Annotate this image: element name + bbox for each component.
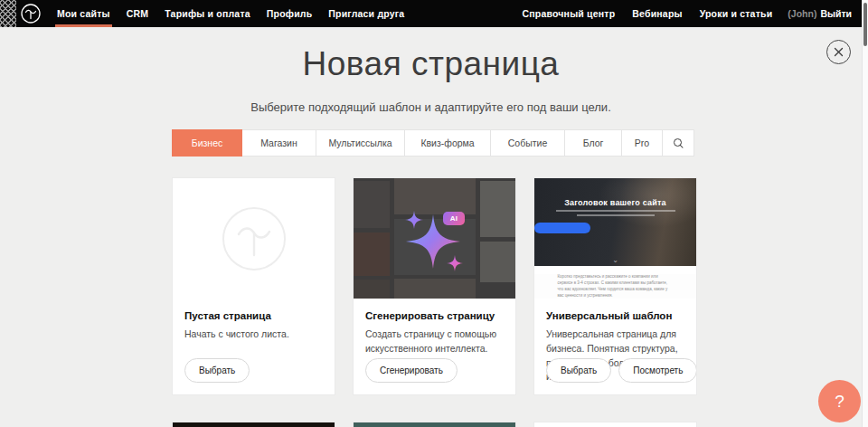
tab-quiz-form[interactable]: Квиз-форма [404,129,491,157]
nav-lessons[interactable]: Уроки и статьи [698,0,775,27]
nav-help-center[interactable]: Справочный центр [520,0,617,27]
nav-crm[interactable]: CRM [125,0,151,27]
tab-pro[interactable]: Pro [621,129,663,157]
nav-invite-friend[interactable]: Пригласи друга [326,0,406,27]
logout-link[interactable]: Выйти [820,8,852,19]
card-actions: Сгенерировать [365,358,458,383]
card-title: Пустая страница [184,310,323,321]
close-icon [834,47,844,57]
tab-search[interactable] [662,129,694,157]
tab-multilink[interactable]: Мультиссылка [316,129,405,157]
hero-subtext-line [556,210,675,212]
card-description: Создать страницу с помощью искусственног… [365,327,504,356]
scrollbar-thumb[interactable] [863,3,867,46]
card-partial[interactable] [533,422,697,427]
card-description: Начать с чистого листа. [184,327,323,342]
secondary-nav: Справочный центр Вебинары Уроки и статьи… [506,0,852,27]
close-button[interactable] [826,40,851,64]
card-actions: Выбрать Посмотреть [546,358,697,383]
ai-preview: AI [354,178,515,299]
chevron-down-icon: ⌄ [612,256,618,264]
nav-tariffs[interactable]: Тарифы и оплата [163,0,252,27]
page-title: Новая страница [0,45,862,83]
edge-pattern-decoration [0,0,16,27]
primary-nav: Мои сайты CRM Тарифы и оплата Профиль Пр… [55,0,419,27]
choose-blank-button[interactable]: Выбрать [184,358,250,383]
account-name: (John) [788,8,816,19]
card-universal-template[interactable]: Заголовок вашего сайта ⌄ Коротко предста… [533,177,697,395]
blank-page-preview [173,178,335,299]
card-ai-generate[interactable]: AI Сгенерировать страницу Создать страни… [353,177,516,395]
card-body: Пустая страница Начать с чистого листа. [173,299,335,342]
card-actions: Выбрать [184,358,250,383]
template-cta-button [534,223,590,233]
tilda-ghost-logo-icon [222,206,287,271]
template-cards-row: Пустая страница Начать с чистого листа. … [172,177,697,395]
tab-shop[interactable]: Магазин [241,129,316,157]
template-body-section: Коротко представьтесь и расскажите о ком… [534,274,696,299]
ai-sparkle-icon [354,178,515,299]
template-preview: Заголовок вашего сайта ⌄ Коротко предста… [534,178,696,299]
template-hero-heading: Заголовок вашего сайта [534,178,696,207]
card-title: Сгенерировать страницу [365,310,504,321]
tilda-logo-icon[interactable] [21,4,41,24]
ai-badge: AI [443,212,465,225]
card-partial[interactable] [172,422,335,427]
question-icon: ? [835,392,844,412]
card-partial[interactable] [353,422,516,427]
tab-blog[interactable]: Блог [564,129,622,157]
hero-subtext-line [577,214,655,216]
template-body-text: Коротко представьтесь и расскажите о ком… [558,274,674,299]
tab-event[interactable]: Событие [490,129,565,157]
template-cards-row-2 [172,422,697,427]
topbar: Мои сайты CRM Тарифы и оплата Профиль Пр… [0,0,868,27]
scrollbar[interactable] [862,0,868,427]
template-hero: Заголовок вашего сайта ⌄ [534,178,696,266]
card-title: Универсальный шаблон [546,310,684,321]
template-category-tabs: Бизнес Магазин Мультиссылка Квиз-форма С… [172,129,697,157]
choose-template-button[interactable]: Выбрать [546,358,611,383]
help-button[interactable]: ? [818,380,861,422]
generate-button[interactable]: Сгенерировать [365,358,458,383]
nav-profile[interactable]: Профиль [265,0,315,27]
nav-my-sites[interactable]: Мои сайты [55,0,112,27]
nav-webinars[interactable]: Вебинары [630,0,684,27]
search-icon [674,138,684,148]
preview-template-button[interactable]: Посмотреть [618,358,697,383]
tab-business[interactable]: Бизнес [172,129,242,157]
card-blank-page[interactable]: Пустая страница Начать с чистого листа. … [172,177,335,395]
card-body: Сгенерировать страницу Создать страницу … [354,299,515,356]
page-subtitle: Выберите подходящий шаблон и адаптируйте… [0,100,862,114]
